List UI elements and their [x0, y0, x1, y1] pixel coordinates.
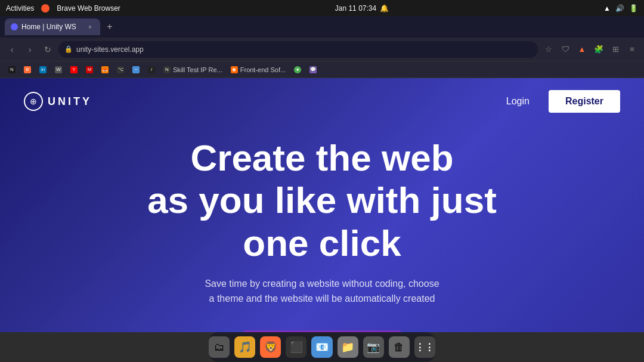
unity-logo-icon: ⊕ [24, 92, 43, 111]
terminal-taskbar-icon[interactable]: ⬛ [286, 336, 306, 358]
back-button[interactable]: ‹ [5, 42, 19, 57]
datetime-label: Jan 11 07:34 [335, 4, 376, 13]
bookmark-fox[interactable]: 🦊 [98, 64, 112, 76]
extensions-icon[interactable]: 🧩 [592, 42, 606, 57]
apps-taskbar-icon[interactable]: ⋮⋮ [414, 336, 435, 358]
camera-taskbar-icon[interactable]: 📷 [363, 336, 384, 358]
bookmark-brave-ext[interactable]: B [20, 64, 35, 76]
url-text: unity-sites.vercel.app [76, 45, 144, 54]
bookmark-slash[interactable]: / [144, 64, 159, 76]
notification-icon[interactable]: 🔔 [380, 4, 389, 13]
bookmark-github[interactable]: ⌥ [113, 64, 128, 76]
hero-subtitle-line1: Save time by creating a website without … [205, 279, 439, 289]
bookmark-circle[interactable]: ● [290, 64, 305, 76]
reload-button[interactable]: ↻ [41, 42, 55, 57]
bookmark-favicon-w: W [55, 66, 62, 73]
address-bar[interactable]: 🔒 unity-sites.vercel.app [58, 41, 538, 58]
bookmark-m[interactable]: M [82, 64, 97, 76]
bookmark-n[interactable]: N [5, 64, 19, 76]
brave-browser-icon [41, 4, 49, 13]
bookmark-button[interactable]: ☆ [541, 42, 556, 57]
shield-icon[interactable]: 🛡 [558, 42, 572, 57]
hero-title: Create the web as you like with just one… [24, 137, 620, 264]
bookmark-favicon-wave: ~ [132, 66, 140, 73]
taskbar: 🗂 🎵 🦁 ⬛ 📧 📁 📷 🗑 ⋮⋮ [209, 332, 435, 362]
bookmark-wave[interactable]: ~ [129, 64, 143, 76]
bookmark-favicon-frontend: ◉ [231, 66, 238, 73]
files-taskbar-icon[interactable]: 🗂 [209, 336, 230, 358]
hero-subtitle-line2: a theme and the website will be automati… [209, 293, 435, 304]
bookmarks-bar: N B in W Y M 🦊 ⌥ ~ / N Skill Test [0, 61, 644, 78]
music-taskbar-icon[interactable]: 🎵 [234, 336, 255, 358]
brave-taskbar-icon[interactable]: 🦁 [260, 336, 281, 358]
bookmark-favicon-circle: ● [294, 66, 301, 73]
bookmark-favicon-fox: 🦊 [101, 66, 109, 73]
bookmark-frontend-label: Front-end Sof... [240, 66, 286, 73]
folder-taskbar-icon[interactable]: 📁 [338, 336, 358, 358]
wifi-icon: ▲ [603, 4, 611, 13]
bookmark-y[interactable]: Y [67, 64, 81, 76]
bookmark-skill[interactable]: N Skill Test IP Re... [160, 64, 226, 76]
hero-subtitle: Save time by creating a website without … [24, 276, 620, 307]
bookmark-skill-label: Skill Test IP Re... [173, 66, 222, 73]
os-topbar: Activities Brave Web Browser Jan 11 07:3… [0, 0, 644, 16]
tab-close-button[interactable]: × [86, 23, 94, 31]
bookmark-favicon-brave: B [24, 66, 31, 73]
menu-button[interactable]: ≡ [625, 42, 639, 57]
bookmark-favicon-linkedin: in [39, 66, 47, 73]
bookmark-w[interactable]: W [51, 64, 66, 76]
bookmark-frontend[interactable]: ◉ Front-end Sof... [227, 64, 289, 76]
secure-icon: 🔒 [64, 45, 73, 53]
hero-title-line2: as you like with just [147, 180, 497, 221]
hero-section: Create the web as you like with just one… [0, 125, 644, 332]
website-content: ⊕ UNITY Login Register Create the web as… [0, 78, 644, 332]
bookmark-favicon-chat: 💬 [309, 66, 317, 73]
tab-bar: Home | Unity WS × + [0, 16, 644, 38]
browser-chrome: Home | Unity WS × + ‹ › ↻ 🔒 unity-sites.… [0, 16, 644, 78]
browser-name-label: Brave Web Browser [57, 4, 120, 13]
bookmark-linkedin[interactable]: in [36, 64, 50, 76]
sidebar-icon[interactable]: ⊞ [608, 42, 623, 57]
bookmark-chat[interactable]: 💬 [306, 64, 320, 76]
unity-logo: ⊕ UNITY [24, 92, 92, 111]
bottom-area: 🗂 🎵 🦁 ⬛ 📧 📁 📷 🗑 ⋮⋮ [0, 332, 644, 362]
bookmark-favicon-y: Y [70, 66, 78, 73]
brave-rewards-icon[interactable]: ▲ [575, 42, 589, 57]
trash-taskbar-icon[interactable]: 🗑 [389, 336, 410, 358]
tab-title: Home | Unity WS [21, 23, 76, 31]
new-tab-button[interactable]: + [103, 20, 117, 34]
register-button[interactable]: Register [549, 90, 620, 113]
bookmark-favicon-slash: / [148, 66, 155, 73]
hero-title-line1: Create the web [190, 137, 453, 178]
bookmark-favicon-github: ⌥ [117, 66, 124, 73]
bookmark-favicon-m: M [86, 66, 93, 73]
battery-icon: 🔋 [629, 4, 638, 13]
bookmark-favicon-n: N [8, 66, 16, 73]
volume-icon: 🔊 [615, 4, 624, 13]
login-button[interactable]: Login [497, 91, 539, 112]
active-tab[interactable]: Home | Unity WS × [5, 18, 100, 35]
activities-label[interactable]: Activities [6, 4, 34, 13]
forward-button[interactable]: › [23, 42, 37, 57]
unity-nav: ⊕ UNITY Login Register [0, 78, 644, 125]
nav-buttons: Login Register [497, 90, 620, 113]
hero-title-line3: one click [243, 222, 401, 264]
browser-toolbar: ‹ › ↻ 🔒 unity-sites.vercel.app ☆ 🛡 ▲ 🧩 ⊞… [0, 38, 644, 61]
unity-logo-text: UNITY [48, 95, 92, 108]
bookmark-favicon-skill: N [163, 66, 171, 73]
email-taskbar-icon[interactable]: 📧 [311, 336, 332, 358]
tab-favicon [11, 23, 18, 30]
